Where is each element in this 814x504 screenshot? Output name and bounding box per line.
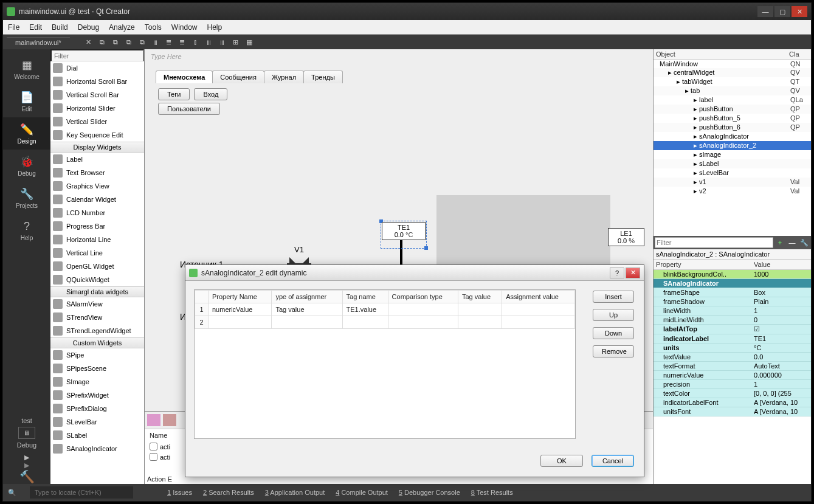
widget-item[interactable]: SLevelBar <box>50 415 144 429</box>
object-tree-row[interactable]: ▸ sLabel <box>654 159 811 168</box>
property-row[interactable]: unitsFontA [Verdana, 10 <box>654 407 811 416</box>
object-tree-row[interactable]: ▸ v1Val <box>654 178 811 187</box>
property-row[interactable]: numericValue0.000000 <box>654 371 811 380</box>
widget-item[interactable]: Horizontal Scroll Bar <box>50 75 144 88</box>
tags-button[interactable]: Теги <box>158 88 190 100</box>
add-property-icon[interactable]: + <box>774 237 785 248</box>
status-item[interactable]: 2 Search Results <box>203 489 254 496</box>
widget-item[interactable]: SLabel <box>50 429 144 442</box>
menu-analyze[interactable]: Analyze <box>109 23 135 32</box>
widget-item[interactable]: Key Sequence Edit <box>50 128 144 142</box>
mode-welcome[interactable]: ▦Welcome <box>3 53 50 85</box>
menu-debug[interactable]: Debug <box>78 23 99 32</box>
mode-projects[interactable]: 🔧Projects <box>3 182 50 214</box>
object-tree-row[interactable]: ▸ sAnalogIndicator_2 <box>654 141 811 150</box>
menu-file[interactable]: File <box>8 23 19 32</box>
toolbar-icon[interactable]: ⧉ <box>110 36 121 47</box>
folder-icon[interactable] <box>163 414 176 426</box>
toolbar-close-icon[interactable]: ✕ <box>83 36 94 47</box>
menu-help[interactable]: Help <box>207 23 222 32</box>
design-tab[interactable]: Мнемосхема <box>156 71 213 83</box>
status-item[interactable]: 5 Debugger Console <box>399 489 460 496</box>
object-tree-row[interactable]: ▸ tabWidgetQT <box>654 77 811 86</box>
mode-design[interactable]: ✏️Design <box>3 117 50 150</box>
toolbar-icon[interactable]: ⊞ <box>230 36 241 47</box>
widget-item[interactable]: STrendLegendWidget <box>50 324 144 337</box>
object-tree-row[interactable]: ▸ pushButtonQP <box>654 105 811 114</box>
toolbar-icon[interactable]: ⫼ <box>204 36 215 47</box>
mode-debug[interactable]: 🐞Debug <box>3 150 50 182</box>
toolbar-icon[interactable]: ≣ <box>164 36 174 47</box>
menu-window[interactable]: Window <box>171 23 198 32</box>
widget-item[interactable]: Horizontal Line <box>50 233 144 246</box>
object-tree-row[interactable]: ▸ sLevelBar <box>654 168 811 178</box>
property-row[interactable]: units°C <box>654 343 811 353</box>
object-tree-row[interactable]: ▸ centralWidgetQV <box>654 68 811 77</box>
action-checkbox[interactable] <box>150 453 157 461</box>
mode-help[interactable]: ?Help <box>3 214 50 246</box>
menu-build[interactable]: Build <box>52 23 68 32</box>
object-tree-row[interactable]: ▸ pushButton_6QP <box>654 123 811 132</box>
property-row[interactable]: lineWidth1 <box>654 306 811 316</box>
ok-button[interactable]: OK <box>540 455 583 467</box>
object-tree-row[interactable]: ▸ labelQLa <box>654 95 811 105</box>
widget-item[interactable]: Vertical Scroll Bar <box>50 88 144 102</box>
login-button[interactable]: Вход <box>194 88 227 100</box>
status-item[interactable]: 8 Test Results <box>471 489 513 496</box>
status-item[interactable]: 3 Application Output <box>265 489 325 496</box>
design-tab[interactable]: Тренды <box>303 71 343 83</box>
widget-item[interactable]: Graphics View <box>50 179 144 193</box>
property-row[interactable]: textColor[0, 0, 0] (255 <box>654 389 811 398</box>
toolbar-icon[interactable]: ⧉ <box>123 36 134 47</box>
build-button[interactable]: 🔨 <box>19 469 35 484</box>
property-row[interactable]: indicatorLabelTE1 <box>654 334 811 343</box>
object-tree-row[interactable]: ▸ pushButton_5QP <box>654 114 811 123</box>
maximize-button[interactable]: ▢ <box>774 6 790 17</box>
action-checkbox[interactable] <box>150 443 157 450</box>
folder-icon[interactable] <box>147 414 160 426</box>
widget-item[interactable]: Text Browser <box>50 166 144 179</box>
widget-item[interactable]: LCD Number <box>50 206 144 219</box>
up-button[interactable]: Up <box>593 309 634 321</box>
widget-item[interactable]: Vertical Slider <box>50 115 144 128</box>
toolbar-icon[interactable]: ⫼ <box>150 36 161 47</box>
status-item[interactable]: 4 Compile Output <box>336 489 388 496</box>
dialog-close-button[interactable]: ✕ <box>626 268 640 278</box>
settings-icon[interactable]: 🔧 <box>799 237 810 248</box>
users-button[interactable]: Пользователи <box>158 103 220 115</box>
property-row[interactable]: precision1 <box>654 380 811 389</box>
run-debug-button[interactable]: ▶ <box>24 461 29 469</box>
property-row[interactable]: blinkBackgroundCol..1000 <box>654 270 811 279</box>
widget-item[interactable]: Label <box>50 153 144 166</box>
widget-group-header[interactable]: Custom Widgets <box>50 337 144 348</box>
object-tree-row[interactable]: ▸ v2Val <box>654 187 811 196</box>
property-row[interactable]: frameShapeBox <box>654 288 811 297</box>
remove-button[interactable]: Remove <box>593 345 634 357</box>
widget-item[interactable]: SAnalogIndicator <box>50 442 144 455</box>
design-tab[interactable]: Сообщения <box>212 71 264 83</box>
toolbar-icon[interactable]: ⧉ <box>137 36 148 47</box>
widget-filter-input[interactable] <box>50 49 144 61</box>
object-tree-row[interactable]: ▸ sImage <box>654 150 811 159</box>
widget-item[interactable]: OpenGL Widget <box>50 260 144 273</box>
widget-item[interactable]: SPipesScene <box>50 362 144 375</box>
property-row[interactable]: labelAtTop☑ <box>654 325 811 334</box>
remove-property-icon[interactable]: — <box>787 237 798 248</box>
widget-item[interactable]: Vertical Line <box>50 246 144 260</box>
table-row[interactable]: 1numericValueTag valueTE1.value <box>195 303 575 316</box>
minimize-button[interactable]: — <box>757 6 773 17</box>
widget-group-header[interactable]: Simargl data widgets <box>50 286 144 297</box>
insert-button[interactable]: Insert <box>593 291 634 303</box>
table-row[interactable]: 2 <box>195 316 575 329</box>
design-tab[interactable]: Журнал <box>264 71 304 83</box>
widget-item[interactable]: Dial <box>50 61 144 75</box>
te1-indicator[interactable]: TE1 0.0 °C <box>382 222 426 240</box>
property-row[interactable]: midLineWidth0 <box>654 316 811 325</box>
down-button[interactable]: Down <box>593 327 634 339</box>
project-selector[interactable]: test 🖥 Debug <box>17 417 36 449</box>
locator-icon[interactable]: 🔍 <box>8 489 16 497</box>
object-tree-row[interactable]: MainWindowQN <box>654 60 811 68</box>
status-item[interactable]: 1 Issues <box>167 489 192 496</box>
run-button[interactable]: ▶ <box>24 454 29 461</box>
dynamic-table[interactable]: Property Nameype of assignmerTag nameCom… <box>194 289 576 439</box>
